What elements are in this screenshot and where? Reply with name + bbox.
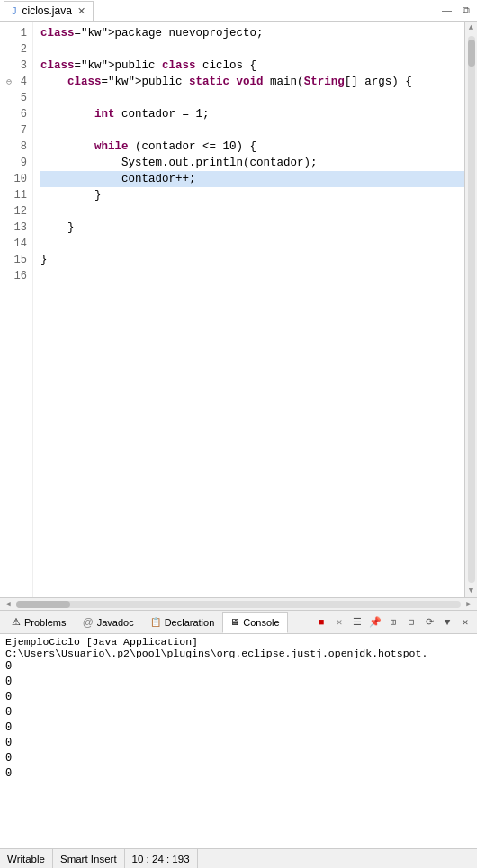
- tab-console[interactable]: 🖥 Console: [222, 612, 287, 633]
- editor-tab[interactable]: J ciclos.java ✕: [4, 1, 94, 21]
- code-line-3[interactable]: class="kw">public class ciclos {: [40, 58, 477, 74]
- console-output: EjemploCiclo [Java Application] C:\Users…: [0, 634, 477, 848]
- problems-icon: ⚠: [12, 616, 21, 628]
- code-line-9[interactable]: System.out.println(contador);: [40, 155, 477, 171]
- line-number-4: ⊖4: [5, 74, 27, 90]
- h-scroll-track[interactable]: [16, 601, 461, 608]
- console-output-line: 0: [5, 766, 472, 782]
- console-output-line: 0: [5, 751, 472, 766]
- console-icon: 🖥: [230, 617, 239, 627]
- code-line-12[interactable]: [40, 203, 477, 219]
- code-content[interactable]: class="kw">package nuevoprojecto; class=…: [33, 22, 477, 597]
- status-bar: Writable Smart Insert 10 : 24 : 193: [0, 848, 477, 868]
- console-label: Console: [243, 617, 279, 628]
- line-number-15: 15: [5, 252, 27, 268]
- terminate-button[interactable]: ✕: [331, 614, 347, 631]
- h-scroll-thumb[interactable]: [16, 601, 70, 608]
- scrollbar-down-button[interactable]: ▼: [469, 585, 473, 597]
- code-line-6[interactable]: int contador = 1;: [40, 106, 477, 122]
- code-line-7[interactable]: [40, 122, 477, 139]
- code-area: 123⊖45678910111213141516 class="kw">pack…: [0, 22, 477, 597]
- code-line-2[interactable]: [40, 41, 477, 58]
- line-number-5: 5: [5, 90, 27, 106]
- javadoc-icon: @: [82, 616, 93, 629]
- java-file-icon: J: [12, 5, 17, 16]
- line-number-13: 13: [5, 219, 27, 236]
- line-number-9: 9: [5, 155, 27, 171]
- line-number-10: 10: [5, 171, 27, 187]
- javadoc-label: Javadoc: [97, 617, 134, 628]
- view-menu-button2[interactable]: ⊟: [403, 614, 419, 631]
- line-number-6: 6: [5, 106, 27, 122]
- vertical-scrollbar[interactable]: ▲ ▼: [464, 22, 477, 597]
- line-number-14: 14: [5, 236, 27, 252]
- line-number-3: 3: [5, 58, 27, 74]
- editor-area: 123⊖45678910111213141516 class="kw">pack…: [0, 22, 477, 610]
- console-output-line: 0: [5, 736, 472, 751]
- line-number-7: 7: [5, 122, 27, 139]
- minimize-button[interactable]: —: [438, 4, 455, 16]
- tab-javadoc[interactable]: @ Javadoc: [74, 612, 141, 633]
- line-number-8: 8: [5, 139, 27, 155]
- code-line-16[interactable]: [40, 268, 477, 284]
- code-line-4[interactable]: class="kw">public static void main(Strin…: [40, 74, 477, 90]
- insert-mode-status: Smart Insert: [53, 849, 125, 868]
- line-number-2: 2: [5, 41, 27, 58]
- line-numbers: 123⊖45678910111213141516: [0, 22, 33, 597]
- view-menu-dropdown[interactable]: ▼: [439, 614, 455, 631]
- panel-close-button[interactable]: ✕: [457, 614, 473, 631]
- code-line-14[interactable]: [40, 236, 477, 252]
- pin-button[interactable]: 📌: [367, 614, 383, 631]
- title-bar: J ciclos.java ✕ — ⧉: [0, 0, 477, 22]
- problems-label: Problems: [24, 617, 66, 628]
- tab-declaration[interactable]: 📋 Declaration: [142, 612, 223, 633]
- clear-button[interactable]: ☰: [349, 614, 365, 631]
- bottom-panel: ⚠ Problems @ Javadoc 📋 Declaration 🖥 Con…: [0, 610, 477, 848]
- stop-button[interactable]: ■: [313, 614, 329, 631]
- insert-mode-label: Smart Insert: [60, 854, 117, 864]
- h-scroll-left-button[interactable]: ◀: [2, 599, 14, 609]
- line-number-11: 11: [5, 187, 27, 203]
- scrollbar-thumb[interactable]: [468, 40, 475, 67]
- writable-label: Writable: [7, 854, 45, 864]
- line-number-12: 12: [5, 203, 27, 219]
- panel-toolbar: ■ ✕ ☰ 📌 ⊞ ⊟ ⟳ ▼ ✕: [313, 614, 473, 631]
- code-line-1[interactable]: class="kw">package nuevoprojecto;: [40, 25, 477, 41]
- tab-problems[interactable]: ⚠ Problems: [4, 612, 74, 633]
- writable-status: Writable: [7, 849, 53, 868]
- code-line-8[interactable]: while (contador <= 10) {: [40, 139, 477, 155]
- code-line-5[interactable]: [40, 90, 477, 106]
- console-lines: 00000000: [5, 659, 472, 782]
- declaration-icon: 📋: [150, 617, 161, 627]
- horizontal-scrollbar[interactable]: ◀ ▶: [0, 597, 477, 610]
- code-line-13[interactable]: }: [40, 219, 477, 236]
- declaration-label: Declaration: [165, 617, 215, 628]
- view-menu-button3[interactable]: ⟳: [421, 614, 437, 631]
- tab-close-button[interactable]: ✕: [77, 5, 86, 17]
- console-output-line: 0: [5, 690, 472, 705]
- view-menu-button1[interactable]: ⊞: [385, 614, 401, 631]
- position-status: 10 : 24 : 193: [125, 849, 198, 868]
- position-label: 10 : 24 : 193: [132, 854, 190, 864]
- console-path: EjemploCiclo [Java Application] C:\Users…: [5, 636, 472, 659]
- restore-button[interactable]: ⧉: [459, 4, 473, 16]
- scrollbar-up-button[interactable]: ▲: [469, 22, 473, 34]
- console-output-line: 0: [5, 705, 472, 720]
- code-line-10[interactable]: contador++;: [40, 171, 477, 187]
- panel-tab-bar: ⚠ Problems @ Javadoc 📋 Declaration 🖥 Con…: [0, 611, 477, 634]
- h-scroll-right-button[interactable]: ▶: [463, 599, 475, 609]
- window-controls: — ⧉: [438, 4, 473, 16]
- line-number-16: 16: [5, 268, 27, 284]
- tab-label: ciclos.java: [22, 4, 72, 17]
- scrollbar-track[interactable]: [468, 36, 475, 583]
- console-output-line: 0: [5, 675, 472, 690]
- code-line-11[interactable]: }: [40, 187, 477, 203]
- console-output-line: 0: [5, 659, 472, 675]
- line-number-1: 1: [5, 25, 27, 41]
- code-line-15[interactable]: }: [40, 252, 477, 268]
- console-output-line: 0: [5, 720, 472, 736]
